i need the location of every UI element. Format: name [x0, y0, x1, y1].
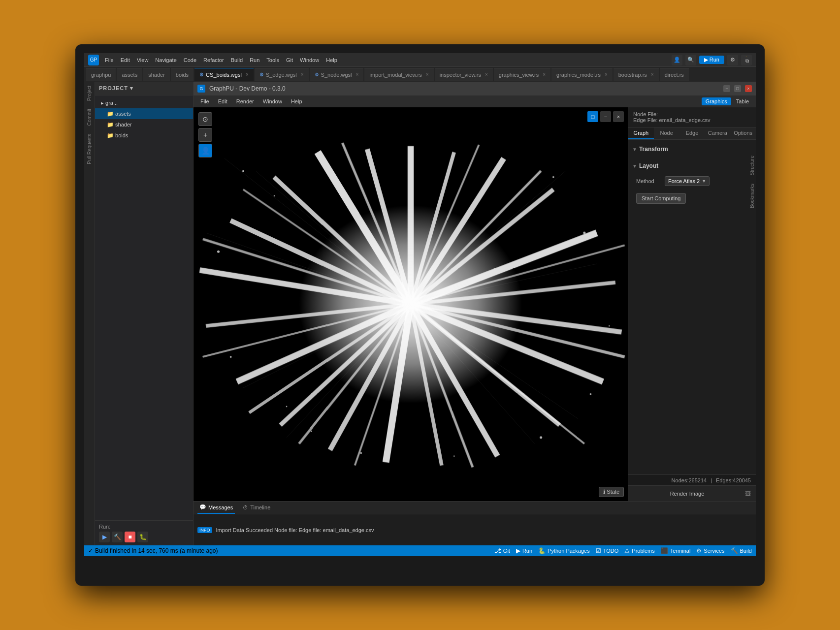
tab-close8[interactable]: × — [651, 72, 654, 77]
tab-cs-boids[interactable]: ⚙ CS_boids.wgsl × — [194, 68, 254, 81]
tab-graphics-view[interactable]: graphics_view.rs × — [494, 68, 550, 81]
tab-boids[interactable]: boids — [171, 68, 194, 81]
menu-tools[interactable]: Tools — [263, 56, 282, 64]
canvas-view-btn1[interactable]: □ — [587, 111, 598, 122]
menu-view[interactable]: View — [134, 56, 152, 64]
status-build[interactable]: 🔨 Build — [731, 547, 752, 554]
status-problems[interactable]: ⚠ Problems — [624, 547, 654, 554]
transform-section-header[interactable]: ▼ Transform — [632, 144, 752, 155]
start-btn-container: Start Computing — [636, 189, 752, 204]
inspector-tab-edge[interactable]: Edge — [679, 127, 705, 139]
win-minimize[interactable]: − — [723, 85, 730, 92]
render-image-button[interactable]: Render Image — [633, 491, 741, 497]
inspector-tab-camera[interactable]: Camera — [705, 127, 730, 139]
gp-menu-help[interactable]: Help — [287, 97, 306, 105]
win-close[interactable]: × — [745, 85, 752, 92]
services-icon: ⚙ — [696, 547, 702, 554]
menu-git[interactable]: Git — [283, 56, 296, 64]
status-todo[interactable]: ☑ TODO — [596, 547, 619, 554]
inspector-tabs: Graph Node Edge Camera Options — [628, 127, 756, 140]
layout-section-header[interactable]: ▼ Layout — [632, 160, 752, 171]
menu-code[interactable]: Code — [181, 56, 199, 64]
messages-icon: 💬 — [199, 504, 206, 510]
ide-container: GP File Edit View Navigate Code Refactor… — [84, 53, 756, 556]
tab-close[interactable]: × — [246, 72, 249, 77]
tab-s-node[interactable]: ⚙ S_node.wgsl × — [310, 68, 364, 81]
tab-inspector-view[interactable]: inspector_view.rs × — [435, 68, 493, 81]
menu-window[interactable]: Window — [297, 56, 322, 64]
project-label[interactable]: Project — [86, 82, 93, 105]
tab-close3[interactable]: × — [356, 72, 359, 77]
svg-point-53 — [609, 325, 610, 327]
graphpu-window: G GraphPU - Dev Demo - 0.3.0 − □ × File … — [194, 82, 756, 501]
gp-menu-file[interactable]: File — [196, 97, 213, 105]
tree-item-gra[interactable]: ▸ gra... — [95, 97, 193, 108]
canvas-zoom-btn[interactable]: + — [198, 128, 212, 142]
tab-close5[interactable]: × — [485, 72, 488, 77]
timeline-tab[interactable]: ⏱ Timeline — [241, 502, 272, 514]
search-btn[interactable]: 🔍 — [685, 55, 696, 65]
tab-close2[interactable]: × — [301, 72, 304, 77]
settings-btn[interactable]: ⚙ — [727, 55, 738, 65]
tab-bootstrap[interactable]: bootstrap.rs × — [614, 68, 659, 81]
menu-navigate[interactable]: Navigate — [152, 56, 179, 64]
canvas-view-btn3[interactable]: × — [613, 111, 624, 122]
tab-graphpu[interactable]: graphpu — [86, 68, 116, 81]
run-play-btn[interactable]: ▶ — [99, 532, 110, 542]
inspector-tab-node[interactable]: Node — [654, 127, 679, 139]
canvas-view-btn2[interactable]: − — [600, 111, 611, 122]
gp-menu-render[interactable]: Render — [232, 97, 258, 105]
timeline-icon: ⏱ — [243, 504, 248, 510]
tab-direct[interactable]: direct.rs — [660, 68, 689, 81]
menu-build[interactable]: Build — [228, 56, 246, 64]
run-icon: ▶ — [516, 547, 520, 554]
messages-tab[interactable]: 💬 Messages — [197, 502, 235, 514]
inspector-tab-options[interactable]: Options — [730, 127, 756, 139]
run-button[interactable]: ▶ Run — [699, 56, 724, 64]
gp-menu-window[interactable]: Window — [259, 97, 286, 105]
gp-menu-edit[interactable]: Edit — [214, 97, 231, 105]
tab-import-modal[interactable]: import_modal_view.rs × — [364, 68, 433, 81]
inspector-panel: Node File: Edge File: email_data_edge.cs… — [628, 107, 756, 501]
tree-item-assets[interactable]: 📁 assets — [95, 108, 193, 119]
menu-edit[interactable]: Edit — [118, 56, 133, 64]
canvas-select-btn[interactable]: 👤 — [198, 144, 212, 158]
menu-refactor[interactable]: Refactor — [200, 56, 227, 64]
run-stop-btn[interactable]: ■ — [125, 532, 135, 542]
tab-s-edge[interactable]: ⚙ S_edge.wgsl × — [255, 68, 309, 81]
user-btn[interactable]: 👤 — [672, 55, 682, 65]
state-button[interactable]: ℹ State — [599, 487, 624, 497]
gp-tab-table[interactable]: Table — [732, 97, 753, 105]
method-dropdown[interactable]: Force Atlas 2 ▼ — [665, 176, 710, 186]
tab-shader[interactable]: shader — [143, 68, 170, 81]
status-services[interactable]: ⚙ Services — [696, 547, 724, 554]
menu-run[interactable]: Run — [247, 56, 262, 64]
tab-graphics-model[interactable]: graphics_model.rs × — [551, 68, 613, 81]
run-debug-btn[interactable]: 🐛 — [137, 532, 148, 542]
tree-item-shader[interactable]: 📁 shader — [95, 119, 193, 130]
svg-point-45 — [299, 205, 522, 403]
commit-label[interactable]: Commit — [86, 105, 93, 129]
status-python[interactable]: 🐍 Python Packages — [538, 547, 590, 554]
method-label: Method — [636, 178, 661, 184]
gp-tab-graphics[interactable]: Graphics — [702, 97, 731, 105]
tab-assets[interactable]: assets — [117, 68, 142, 81]
inspector-tab-graph[interactable]: Graph — [628, 127, 654, 139]
win-maximize[interactable]: □ — [734, 85, 741, 92]
menu-file[interactable]: File — [102, 56, 117, 64]
status-terminal[interactable]: ⬛ Terminal — [661, 547, 691, 554]
graph-canvas[interactable]: ⊙ + 👤 □ − × — [194, 107, 628, 501]
status-git[interactable]: ⎇ Git — [494, 547, 510, 554]
status-run[interactable]: ▶ Run — [516, 547, 532, 554]
run-build-btn[interactable]: 🔨 — [112, 532, 123, 542]
tree-item-boids[interactable]: 📁 boids — [95, 130, 193, 141]
pull-requests-label[interactable]: Pull Requests — [86, 130, 93, 168]
start-computing-button[interactable]: Start Computing — [636, 193, 686, 204]
svg-point-58 — [311, 431, 312, 432]
tab-close6[interactable]: × — [543, 72, 546, 77]
svg-point-48 — [217, 250, 220, 252]
tab-close7[interactable]: × — [605, 72, 608, 77]
tab-close4[interactable]: × — [426, 72, 429, 77]
canvas-orbit-btn[interactable]: ⊙ — [198, 112, 212, 126]
menu-help[interactable]: Help — [323, 56, 340, 64]
